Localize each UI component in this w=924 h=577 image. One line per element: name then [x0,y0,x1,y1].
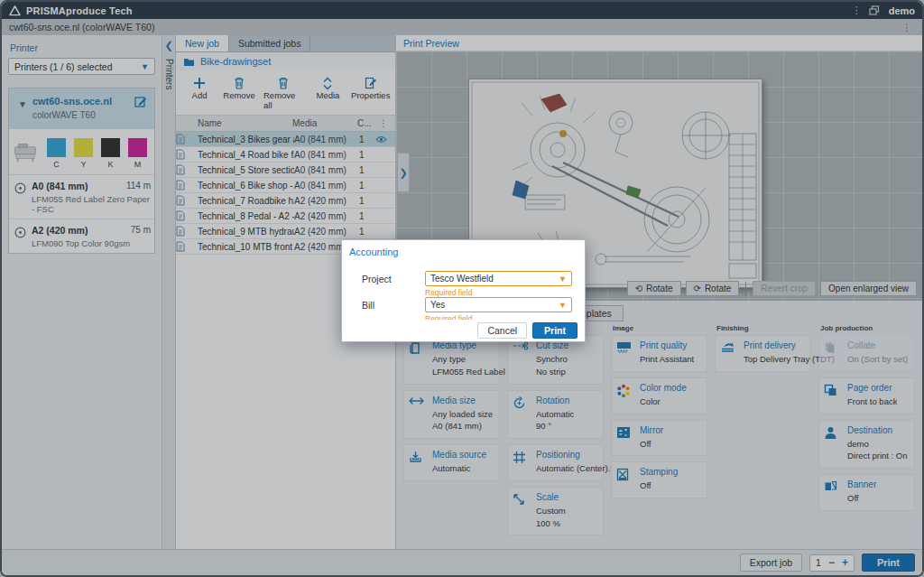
project-required-hint: Required field [425,288,572,297]
accounting-dialog: Accounting Project Tesco Westfield ▼ Req… [341,239,586,342]
chevron-down-icon: ▼ [559,301,567,310]
bill-value: Yes [430,300,445,310]
project-select[interactable]: Tesco Westfield ▼ [425,271,572,286]
project-value: Tesco Westfield [430,274,494,284]
dialog-footer: Cancel Print [342,320,585,341]
dialog-title: Accounting [342,240,585,257]
project-label: Project [362,271,425,297]
app-window: PRISMAproduce Tech ⋮ demo cwt60-sns.oce.… [0,0,924,577]
project-field-row: Project Tesco Westfield ▼ Required field [362,271,572,297]
bill-select[interactable]: Yes ▼ [425,297,572,312]
dialog-print-button[interactable]: Print [532,322,578,339]
chevron-down-icon: ▼ [559,275,567,284]
cancel-button[interactable]: Cancel [477,322,527,339]
